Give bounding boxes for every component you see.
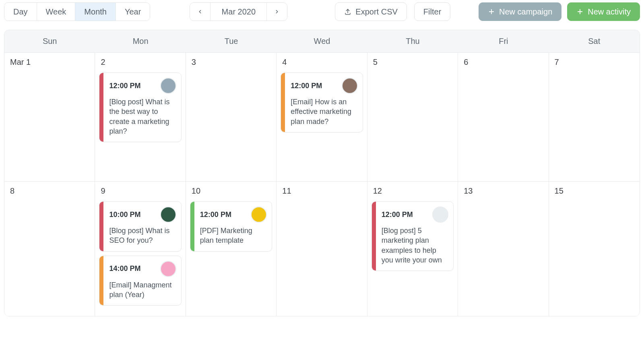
day-cell[interactable]: 3 <box>186 52 277 181</box>
event-card[interactable]: 14:00 PM[Email] Managment plan (Year) <box>99 256 181 306</box>
day-cell[interactable]: 11 <box>277 181 367 316</box>
new-activity-button[interactable]: New activity <box>567 2 640 21</box>
day-cell[interactable]: 1012:00 PM[PDF] Marketing plan template <box>186 181 277 316</box>
dow-header: Thu <box>367 30 458 52</box>
event-title: [Email] How is an effective marketing pl… <box>291 97 357 126</box>
period-label: Mar 2020 <box>211 3 267 21</box>
event-card[interactable]: 12:00 PM[Blog post] What is the best way… <box>99 72 181 142</box>
day-number: Mar 1 <box>8 58 91 70</box>
day-cell[interactable]: Mar 1 <box>4 52 95 181</box>
event-time: 14:00 PM <box>109 264 140 273</box>
event-title: [PDF] Marketing plan template <box>200 226 267 246</box>
avatar <box>432 207 448 223</box>
day-cell[interactable]: 13 <box>458 181 549 316</box>
event-title: [Email] Managment plan (Year) <box>109 280 176 300</box>
event-card[interactable]: 10:00 PM[Blog post] What is SEO for you? <box>99 201 181 252</box>
event-time: 12:00 PM <box>382 211 413 219</box>
day-number: 8 <box>8 186 91 199</box>
new-campaign-label: New campaign <box>499 7 552 17</box>
day-cell[interactable]: 8 <box>4 181 95 316</box>
export-icon <box>344 8 351 15</box>
calendar-header: SunMonTueWedThuFriSat <box>4 30 640 52</box>
day-cell[interactable]: 1212:00 PM[Blog post] 5 marketing plan e… <box>367 181 458 316</box>
event-title: [Blog post] What is SEO for you? <box>109 226 176 246</box>
dow-header: Mon <box>95 30 186 52</box>
day-number: 10 <box>190 186 272 199</box>
next-period-button[interactable] <box>267 3 287 21</box>
event-title: [Blog post] What is the best way to crea… <box>109 97 176 136</box>
day-cell[interactable]: 212:00 PM[Blog post] What is the best wa… <box>95 52 186 181</box>
event-color-stripe <box>190 202 194 251</box>
view-tab-month[interactable]: Month <box>75 3 116 21</box>
event-time: 12:00 PM <box>109 82 140 90</box>
event-color-stripe <box>99 73 103 142</box>
day-cell[interactable]: 910:00 PM[Blog post] What is SEO for you… <box>95 181 186 316</box>
day-cell[interactable]: 7 <box>549 52 640 181</box>
event-card[interactable]: 12:00 PM[Email] How is an effective mark… <box>281 72 363 132</box>
dow-header: Wed <box>277 30 367 52</box>
prev-period-button[interactable] <box>190 3 211 21</box>
day-number: 3 <box>190 58 272 70</box>
day-cell[interactable]: 15 <box>549 181 640 316</box>
period-navigator: Mar 2020 <box>190 2 287 21</box>
day-number: 12 <box>372 186 454 199</box>
avatar <box>342 78 358 94</box>
avatar <box>160 207 176 223</box>
event-color-stripe <box>372 202 376 271</box>
dow-header: Sun <box>4 30 95 52</box>
day-number: 5 <box>372 58 454 70</box>
event-color-stripe <box>99 256 103 306</box>
event-color-stripe <box>99 202 103 251</box>
day-number: 13 <box>462 186 544 199</box>
view-tab-day[interactable]: Day <box>4 3 37 21</box>
plus-icon <box>576 8 584 15</box>
day-cell[interactable]: 6 <box>458 52 549 181</box>
dow-header: Fri <box>458 30 549 52</box>
chevron-right-icon <box>274 9 280 14</box>
toolbar: DayWeekMonthYear Mar 2020 Export CSV Fil… <box>4 2 640 26</box>
event-time: 12:00 PM <box>200 211 231 219</box>
day-cell[interactable]: 5 <box>367 52 458 181</box>
view-tab-week[interactable]: Week <box>37 3 76 21</box>
dow-header: Tue <box>186 30 277 52</box>
event-color-stripe <box>281 73 285 132</box>
day-number: 9 <box>99 186 181 199</box>
day-number: 4 <box>281 58 363 70</box>
event-time: 10:00 PM <box>109 211 140 219</box>
day-number: 7 <box>553 58 636 70</box>
event-card[interactable]: 12:00 PM[PDF] Marketing plan template <box>190 201 272 252</box>
day-cell[interactable]: 412:00 PM[Email] How is an effective mar… <box>277 52 367 181</box>
day-number: 11 <box>281 186 363 199</box>
event-title: [Blog post] 5 marketing plan examples to… <box>382 226 448 265</box>
avatar <box>160 78 176 94</box>
new-campaign-button[interactable]: New campaign <box>479 2 561 21</box>
export-csv-label: Export CSV <box>355 7 397 17</box>
calendar-grid: Mar 1212:00 PM[Blog post] What is the be… <box>4 52 640 316</box>
view-segmented-control: DayWeekMonthYear <box>4 2 150 21</box>
plus-icon <box>488 8 495 15</box>
filter-label: Filter <box>423 7 441 17</box>
export-csv-button[interactable]: Export CSV <box>335 2 407 21</box>
avatar <box>160 261 176 277</box>
calendar: SunMonTueWedThuFriSat Mar 1212:00 PM[Blo… <box>4 30 640 316</box>
event-time: 12:00 PM <box>291 82 322 90</box>
day-number: 2 <box>99 58 181 70</box>
day-number: 6 <box>462 58 544 70</box>
view-tab-label: Week <box>46 7 66 16</box>
view-tab-label: Day <box>13 7 28 16</box>
new-activity-label: New activity <box>588 7 631 17</box>
filter-button[interactable]: Filter <box>414 2 450 21</box>
dow-header: Sat <box>549 30 640 52</box>
view-tab-label: Year <box>125 7 141 16</box>
avatar <box>251 207 267 223</box>
chevron-left-icon <box>197 9 203 14</box>
view-tab-label: Month <box>84 7 107 16</box>
view-tab-year[interactable]: Year <box>116 3 150 21</box>
event-card[interactable]: 12:00 PM[Blog post] 5 marketing plan exa… <box>372 201 454 271</box>
day-number: 15 <box>553 186 636 199</box>
